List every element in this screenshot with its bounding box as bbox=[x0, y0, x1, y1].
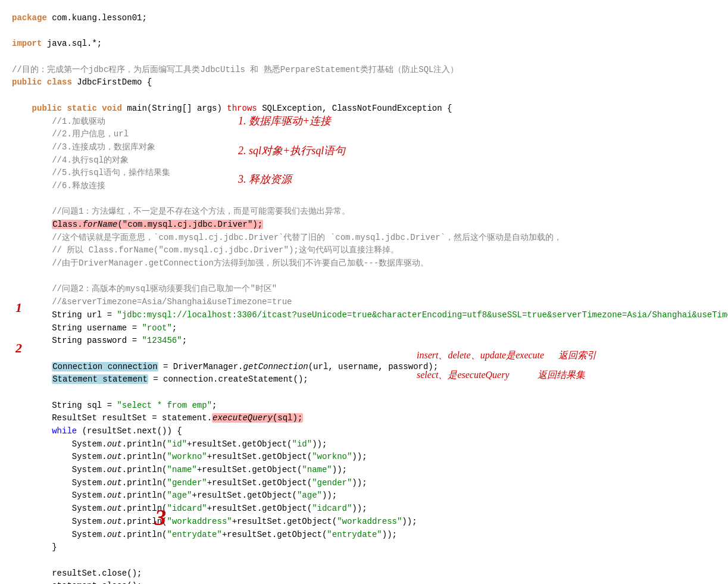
line-comment1: //目的：完成第一个jdbc程序，为后面编写工具类JdbcUtils 和 熟悉P… bbox=[12, 64, 716, 77]
line-password: String password = "123456"; bbox=[12, 335, 716, 348]
line-blank4 bbox=[12, 193, 716, 206]
line-print-idcard: System.out.println("idcard"+resultSet.ge… bbox=[12, 502, 716, 516]
line-c2: //2.用户信息，url bbox=[12, 128, 716, 141]
line-comment-timezone: //&serverTimezone=Asia/Shanghai&useTimez… bbox=[12, 296, 716, 309]
line-problem1: //问题1：方法爆红，不一定是不存在这个方法，而是可能需要我们去抛出异常。 bbox=[12, 205, 716, 218]
line-while-close: } bbox=[12, 541, 716, 554]
line-resultset: ResultSet resultSet = statement.executeQ… bbox=[12, 412, 716, 425]
line-c1: //1.加载驱动 bbox=[12, 115, 716, 129]
line-c4: //4.执行sql的对象 bbox=[12, 154, 716, 167]
line-comment-driver1: //这个错误就是字面意思，`com.mysql.cj.jdbc.Driver`代… bbox=[12, 232, 716, 245]
line-class: public class JdbcFirstDemo { bbox=[12, 76, 716, 89]
code-area: package com.kuang.lesson01; import java.… bbox=[12, 12, 716, 584]
line-print-age: System.out.println("age"+resultSet.getOb… bbox=[12, 489, 716, 502]
line-blank bbox=[12, 25, 716, 38]
line-blank5 bbox=[12, 270, 716, 283]
line-blank3 bbox=[12, 89, 716, 102]
annotation-note3: 3. 释放资源 bbox=[238, 171, 292, 188]
line-c3: //3.连接成功，数据库对象 bbox=[12, 141, 716, 154]
line-connection: Connection connection = DriverManager.ge… bbox=[12, 361, 716, 374]
line-print-name: System.out.println("name"+resultSet.getO… bbox=[12, 464, 716, 477]
line-username: String username = "root"; bbox=[12, 322, 716, 335]
annotation-execute: insert、delete、update是execute 返回索引 bbox=[417, 348, 596, 363]
line-blank2 bbox=[12, 51, 716, 64]
line-classforname: Class.forName("com.mysql.cj.jdbc.Driver"… bbox=[12, 218, 716, 232]
line-comment-driver3: //由于DriverManager.getConnection方法得到加强，所以… bbox=[12, 257, 716, 270]
line-print-id: System.out.println("id"+resultSet.getObj… bbox=[12, 438, 716, 451]
big-number-1: 1 bbox=[15, 298, 22, 318]
line-blank7 bbox=[12, 386, 716, 399]
line-problem2: //问题2：高版本的mysql驱动须要我们自己取加一个"时区" bbox=[12, 283, 716, 296]
line-while: while (resultSet.next()) { bbox=[12, 425, 716, 438]
line-print-workaddress: System.out.println("workaddress"+resultS… bbox=[12, 516, 716, 529]
line-print-workno: System.out.println("workno"+resultSet.ge… bbox=[12, 451, 716, 464]
big-number-2: 2 bbox=[15, 338, 22, 358]
line-blank8 bbox=[12, 554, 716, 567]
line-blank6 bbox=[12, 348, 716, 361]
line-statement-close: statement.close(); bbox=[12, 580, 716, 584]
line-main: public static void main(String[] args) t… bbox=[12, 102, 716, 115]
line-sql: String sql = "select * from emp"; bbox=[12, 399, 716, 413]
annotation-note1: 1. 数据库驱动+连接 bbox=[238, 113, 331, 130]
annotation-esecutequery: select、是esecuteQuery 返回结果集 bbox=[417, 368, 585, 383]
annotation-note2: 2. sql对象+执行sql语句 bbox=[238, 143, 345, 160]
line-statement: Statement statement = connection.createS… bbox=[12, 373, 716, 386]
line-1: package com.kuang.lesson01; bbox=[12, 12, 716, 25]
line-print-gender: System.out.println("gender"+resultSet.ge… bbox=[12, 477, 716, 490]
line-resultset-close: resultSet.close(); bbox=[12, 567, 716, 580]
line-print-entrydate: System.out.println("entrydate"+resultSet… bbox=[12, 529, 716, 542]
line-url: String url = "jdbc:mysql://localhost:330… bbox=[12, 309, 716, 322]
line-3: import java.sql.*; bbox=[12, 38, 716, 51]
line-c6: //6.释放连接 bbox=[12, 180, 716, 193]
line-comment-driver2: // 所以 Class.forName("com.mysql.cj.jdbc.D… bbox=[12, 244, 716, 257]
line-c5: //5.执行sql语句，操作结果集 bbox=[12, 167, 716, 180]
big-number-3: 3 bbox=[155, 500, 166, 535]
